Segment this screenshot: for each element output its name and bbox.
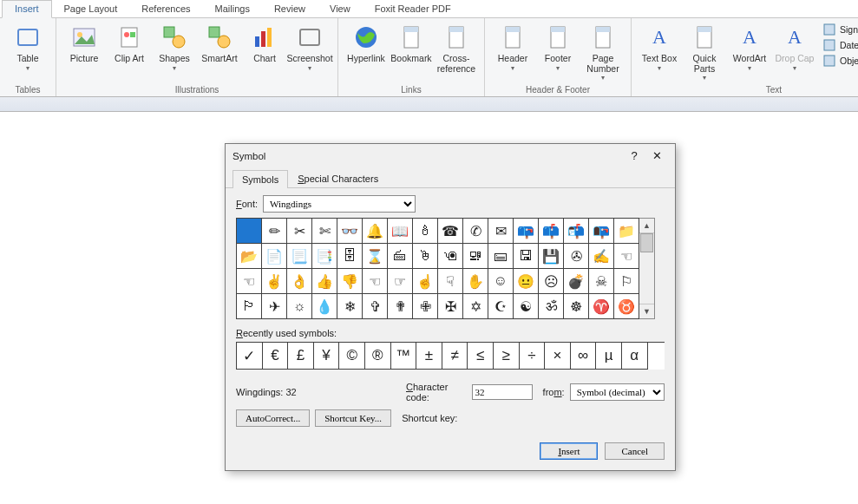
symbol-cell[interactable]: 🖲 xyxy=(438,244,463,269)
symbol-cell[interactable]: ♉ xyxy=(614,294,639,319)
symbol-cell[interactable]: 📑 xyxy=(312,244,337,269)
hyperlink-button[interactable]: Hyperlink xyxy=(344,20,389,64)
cross-reference-button[interactable]: Cross-reference xyxy=(434,20,479,74)
symbol-cell[interactable]: ✏ xyxy=(262,219,287,244)
chart-button[interactable]: Chart xyxy=(242,20,287,64)
symbol-cell[interactable]: ☼ xyxy=(287,294,312,319)
symbol-cell[interactable]: 🖴 xyxy=(488,244,514,269)
symbol-cell[interactable]: ❄ xyxy=(337,294,363,319)
symbol-cell[interactable]: 🖳 xyxy=(463,244,488,269)
scroll-thumb[interactable] xyxy=(640,233,653,252)
symbol-cell[interactable]: 💧 xyxy=(312,294,337,319)
autocorrect-button[interactable]: AutoCorrect... xyxy=(236,409,310,427)
symbol-cell[interactable]: ☝ xyxy=(413,269,438,294)
symbol-cell[interactable]: 🕯 xyxy=(413,219,438,244)
picture-button[interactable]: Picture xyxy=(62,20,107,64)
symbol-cell[interactable] xyxy=(237,219,262,244)
symbol-cell[interactable]: 🗄 xyxy=(337,244,363,269)
signature-line-button[interactable]: Signature Line ▾ xyxy=(821,22,858,37)
object-button[interactable]: Object ▾ xyxy=(821,53,858,69)
symbol-cell[interactable]: ✆ xyxy=(463,219,488,244)
font-select[interactable]: Wingdings xyxy=(263,195,416,213)
recent-symbol-cell[interactable]: ≤ xyxy=(468,343,494,370)
symbol-cell[interactable]: 🖰 xyxy=(413,244,438,269)
recent-symbol-cell[interactable]: ™ xyxy=(391,343,417,370)
symbol-cell[interactable]: ☠ xyxy=(589,269,614,294)
symbol-cell[interactable]: ✄ xyxy=(312,219,337,244)
tab-mailings[interactable]: Mailings xyxy=(203,1,262,17)
symbol-cell[interactable]: 📬 xyxy=(564,219,589,244)
scroll-up-icon[interactable]: ▲ xyxy=(639,219,654,233)
symbol-cell[interactable]: ✟ xyxy=(388,294,413,319)
symbol-cell[interactable]: 📄 xyxy=(262,244,287,269)
symbol-cell[interactable]: ☯ xyxy=(514,294,539,319)
symbol-cell[interactable]: 📖 xyxy=(388,219,413,244)
symbol-cell[interactable]: ⚐ xyxy=(614,269,639,294)
close-button[interactable]: ✕ xyxy=(645,149,668,162)
cancel-button[interactable]: Cancel xyxy=(605,442,665,460)
symbol-cell[interactable]: 👍 xyxy=(312,269,337,294)
symbol-cell[interactable]: 💾 xyxy=(539,244,564,269)
recent-symbol-cell[interactable]: ≥ xyxy=(494,343,520,370)
clip-art-button[interactable]: Clip Art xyxy=(107,20,152,64)
quick-parts-button[interactable]: Quick Parts▾ xyxy=(682,20,727,82)
symbol-cell[interactable]: ☹ xyxy=(539,269,564,294)
symbol-cell[interactable]: 👌 xyxy=(287,269,312,294)
tab-page-layout[interactable]: Page Layout xyxy=(52,1,130,17)
symbol-cell[interactable]: ☸ xyxy=(564,294,589,319)
shortcut-key-button[interactable]: Shortcut Key... xyxy=(315,409,391,427)
recent-symbol-cell[interactable]: α xyxy=(622,343,648,370)
table-button[interactable]: Table▾ xyxy=(5,20,50,72)
symbol-cell[interactable]: 🖫 xyxy=(514,244,539,269)
symbol-cell[interactable]: ✠ xyxy=(438,294,463,319)
insert-button[interactable]: Insert xyxy=(540,442,598,460)
symbol-cell[interactable]: 💣 xyxy=(564,269,589,294)
tab-references[interactable]: References xyxy=(129,1,202,17)
recent-symbol-cell[interactable]: © xyxy=(339,343,365,370)
symbol-cell[interactable]: ☞ xyxy=(388,269,413,294)
recent-symbol-cell[interactable]: ± xyxy=(416,343,442,370)
recent-symbol-cell[interactable]: ≠ xyxy=(442,343,468,370)
symbol-cell[interactable]: 📭 xyxy=(589,219,614,244)
symbol-cell[interactable]: ✡ xyxy=(463,294,488,319)
tab-view[interactable]: View xyxy=(318,1,363,17)
symbol-cell[interactable]: ✌ xyxy=(262,269,287,294)
char-code-input[interactable] xyxy=(472,384,533,400)
symbol-cell[interactable]: ✋ xyxy=(463,269,488,294)
symbol-cell[interactable]: ✈ xyxy=(262,294,287,319)
symbol-cell[interactable]: ☜ xyxy=(614,244,639,269)
footer-button[interactable]: Footer▾ xyxy=(535,20,580,72)
symbol-cell[interactable]: 🏳 xyxy=(237,294,262,319)
recent-symbol-cell[interactable]: € xyxy=(263,343,289,370)
symbol-cell[interactable]: ✞ xyxy=(363,294,388,319)
recent-symbol-cell[interactable]: £ xyxy=(288,343,314,370)
symbol-cell[interactable]: 📃 xyxy=(287,244,312,269)
symbol-cell[interactable]: 😐 xyxy=(514,269,539,294)
symbol-cell[interactable]: 🔔 xyxy=(363,219,388,244)
text-box-button[interactable]: AText Box▾ xyxy=(637,20,682,72)
recent-symbol-cell[interactable]: × xyxy=(545,343,571,370)
recent-symbol-cell[interactable]: ¥ xyxy=(314,343,340,370)
symbol-cell[interactable]: 👓 xyxy=(337,219,363,244)
symbol-cell[interactable]: 📂 xyxy=(237,244,262,269)
tab-review[interactable]: Review xyxy=(262,1,318,17)
symbol-cell[interactable]: ✉ xyxy=(488,219,514,244)
symbol-cell[interactable]: ⌛ xyxy=(363,244,388,269)
header-button[interactable]: Header▾ xyxy=(490,20,535,72)
scroll-down-icon[interactable]: ▼ xyxy=(639,304,654,318)
symbol-cell[interactable]: ☎ xyxy=(438,219,463,244)
symbol-cell[interactable]: ☪ xyxy=(488,294,514,319)
recent-symbol-cell[interactable]: ∞ xyxy=(571,343,597,370)
drop-cap-button[interactable]: ADrop Cap▾ xyxy=(772,20,817,72)
grid-scrollbar[interactable]: ▲ ▼ xyxy=(639,218,655,319)
page-number-button[interactable]: Page Number▾ xyxy=(580,20,625,82)
symbol-cell[interactable]: ✂ xyxy=(287,219,312,244)
from-select[interactable]: Symbol (decimal) xyxy=(570,383,665,401)
symbol-cell[interactable]: 📪 xyxy=(514,219,539,244)
tab-foxit-reader-pdf[interactable]: Foxit Reader PDF xyxy=(363,1,463,17)
symbol-cell[interactable]: ☺ xyxy=(488,269,514,294)
recent-symbol-cell[interactable]: µ xyxy=(596,343,622,370)
symbol-cell[interactable]: ✍ xyxy=(589,244,614,269)
symbol-cell[interactable]: 📁 xyxy=(614,219,639,244)
smartart-button[interactable]: SmartArt xyxy=(197,20,242,64)
